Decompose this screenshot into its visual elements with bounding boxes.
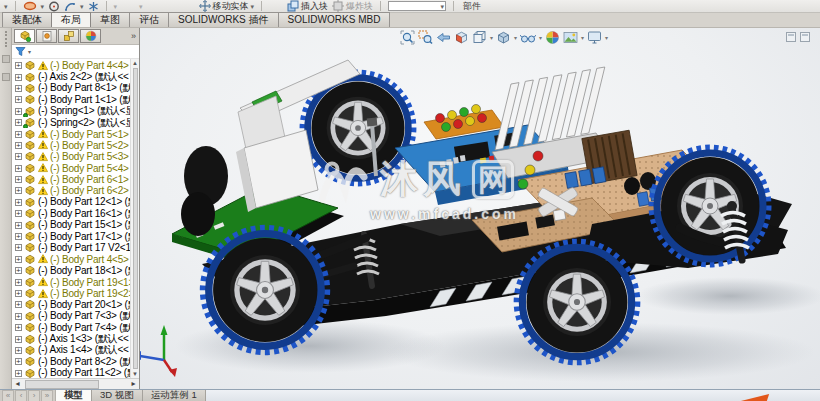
tree-item[interactable]: (-) Body Part 17<1> (默	[12, 231, 130, 242]
scrollbar-thumb[interactable]	[133, 68, 138, 369]
nav-next-button[interactable]: ›	[28, 390, 40, 401]
tree-vertical-scrollbar[interactable]: ▲ ▼	[130, 59, 139, 378]
command-tab[interactable]: 布局	[51, 12, 91, 27]
expand-icon[interactable]	[15, 347, 22, 354]
edit-appearance-icon[interactable]	[545, 30, 560, 45]
nav-prev-button[interactable]: ‹	[15, 390, 27, 401]
tree-item[interactable]: (-) Body Part 6<2>	[12, 185, 130, 196]
expand-icon[interactable]	[15, 62, 22, 69]
tree-item[interactable]: (-) Body Part 8<1> (默	[12, 83, 130, 94]
expand-icon[interactable]	[15, 165, 22, 172]
tree-item[interactable]: (-) Body Part 15<1> (默	[12, 219, 130, 230]
ellipse-tool-icon[interactable]	[23, 1, 37, 11]
design-tree-tab[interactable]	[14, 29, 35, 43]
dropdown-caret-icon[interactable]: ▾	[80, 3, 84, 10]
configuration-manager-tab[interactable]	[58, 29, 79, 43]
tree-item[interactable]: (-) Body Part 20<1> (默	[12, 299, 130, 310]
expand-icon[interactable]	[15, 313, 22, 320]
viewport-3d[interactable]: ▾ ▾ ▾ ▾ ▾	[140, 28, 820, 389]
tree-item[interactable]: (-) Axis 1<4> (默认<<	[12, 345, 130, 356]
scroll-left-icon[interactable]: ◂	[12, 379, 23, 389]
expand-icon[interactable]	[15, 267, 22, 274]
bottom-tab[interactable]: 模型	[56, 390, 92, 401]
tree-item[interactable]: (-) Body Part 5<4>	[12, 163, 130, 174]
display-manager-tab[interactable]	[80, 29, 101, 43]
dropdown-caret-icon[interactable]: ▾	[4, 3, 8, 10]
tree-item[interactable]: (-) Body Part 17 V2<1:	[12, 242, 130, 253]
tree-item[interactable]: (-) Axis 1<3> (默认<<	[12, 333, 130, 344]
dropdown-caret-icon[interactable]: ▾	[41, 3, 45, 10]
expand-icon[interactable]	[15, 210, 22, 217]
tree-item[interactable]: (-) Spring<1> (默认<显	[12, 106, 130, 117]
tree-item[interactable]: (-) Body Part 7<3> (默	[12, 311, 130, 322]
toolbar-grip[interactable]	[5, 31, 7, 47]
previous-view-icon[interactable]	[436, 30, 451, 45]
tree-item[interactable]: (-) Axis 2<2> (默认<<	[12, 71, 130, 82]
apply-scene-icon[interactable]	[563, 30, 578, 45]
tree-item[interactable]: (-) Spring<2> (默认<显	[12, 117, 130, 128]
viewport-window-icon[interactable]	[786, 32, 796, 42]
expand-icon[interactable]	[15, 131, 22, 138]
dropdown-caret-icon[interactable]: ▾	[514, 34, 517, 41]
tree-item[interactable]: (-) Body Part 11<2> (默	[12, 368, 130, 378]
dropdown-caret-icon[interactable]: ▾	[605, 34, 608, 41]
expand-icon[interactable]	[15, 301, 22, 308]
component-button[interactable]: 部件	[463, 0, 481, 13]
expand-icon[interactable]	[15, 96, 22, 103]
expand-icon[interactable]	[15, 290, 22, 297]
tree-item[interactable]: (-) Body Part 4<5>	[12, 254, 130, 265]
command-tab[interactable]: SOLIDWORKS 插件	[168, 12, 279, 27]
tree-item[interactable]: (-) Body Part 19<1>	[12, 276, 130, 287]
view-orientation-icon[interactable]	[472, 30, 487, 45]
expand-icon[interactable]	[15, 336, 22, 343]
scroll-up-icon[interactable]: ▲	[132, 59, 138, 67]
expand-icon[interactable]	[15, 279, 22, 286]
scroll-right-icon[interactable]: ▸	[128, 379, 139, 389]
panel-overflow-icon[interactable]: »	[131, 32, 137, 41]
tree-item[interactable]: (-) Body Part 5<3>	[12, 151, 130, 162]
scroll-down-icon[interactable]: ▼	[132, 370, 138, 378]
tree-item[interactable]: (-) Body Part 18<1> (默	[12, 265, 130, 276]
point-tool-icon[interactable]	[88, 1, 99, 12]
circle-tool-icon[interactable]	[48, 1, 60, 12]
expand-icon[interactable]	[15, 142, 22, 149]
tree-item[interactable]: (-) Body Part 5<1>	[12, 128, 130, 139]
tree-item[interactable]: (-) Body Part 16<1> (默	[12, 208, 130, 219]
dropdown-caret-icon[interactable]: ▾	[114, 3, 118, 10]
nav-last-button[interactable]: »	[41, 390, 53, 401]
tree-horizontal-scrollbar[interactable]: ◂ ▸	[12, 378, 139, 389]
expand-icon[interactable]	[15, 358, 22, 365]
tree-item[interactable]: (-) Body Part 4<4>	[12, 60, 130, 71]
tree-item[interactable]: (-) Body Part 6<1>	[12, 174, 130, 185]
expand-icon[interactable]	[15, 187, 22, 194]
dock-tool-icon[interactable]	[2, 55, 10, 63]
tree-item[interactable]: (-) Body Part 19<2>	[12, 288, 130, 299]
expand-icon[interactable]	[15, 119, 22, 126]
command-tab[interactable]: 草图	[90, 12, 130, 27]
display-style-icon[interactable]	[496, 30, 511, 45]
expand-icon[interactable]	[15, 222, 22, 229]
dock-tool-icon[interactable]	[2, 73, 10, 81]
expand-icon[interactable]	[15, 153, 22, 160]
hide-show-items-icon[interactable]	[520, 30, 536, 45]
bottom-tab[interactable]: 运动算例 1	[143, 390, 206, 401]
dropdown-caret-icon[interactable]: ▾	[539, 34, 542, 41]
expand-icon[interactable]	[15, 370, 22, 377]
block-scale-combo[interactable]: ▾	[388, 1, 446, 11]
tree-item[interactable]: (-) Body Part 7<4> (默	[12, 322, 130, 333]
insert-block-button[interactable]: 插入块	[287, 0, 328, 13]
dropdown-caret-icon[interactable]: ▾	[139, 3, 143, 10]
tree-item[interactable]: (-) Body Part 8<2> (默	[12, 356, 130, 367]
command-tab[interactable]: 评估	[129, 12, 169, 27]
dropdown-caret-icon[interactable]: ▾	[490, 34, 493, 41]
expand-icon[interactable]	[15, 233, 22, 240]
viewport-window-icon[interactable]	[800, 32, 810, 42]
expand-icon[interactable]	[15, 199, 22, 206]
filter-funnel-icon[interactable]	[15, 46, 26, 57]
property-manager-tab[interactable]	[36, 29, 57, 43]
tree-item[interactable]: (-) Body Part 1<1> (默	[12, 94, 130, 105]
scrollbar-thumb[interactable]	[25, 380, 99, 389]
zoom-to-area-icon[interactable]	[418, 30, 433, 45]
tree-item[interactable]: (-) Body Part 12<1> (默	[12, 197, 130, 208]
dropdown-caret-icon[interactable]: ▾	[581, 34, 584, 41]
